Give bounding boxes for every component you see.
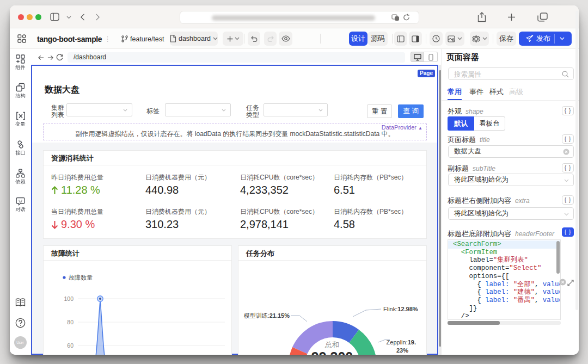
svg-text:60: 60 <box>67 342 74 349</box>
svg-text:23%: 23% <box>396 347 408 354</box>
svg-text:故障数量: 故障数量 <box>69 274 93 281</box>
svg-text:80: 80 <box>67 319 74 325</box>
svg-text:99,300: 99,300 <box>311 349 353 355</box>
svg-text:Zepplin:19.: Zepplin:19. <box>387 339 416 346</box>
svg-text:100: 100 <box>64 295 74 302</box>
svg-text:Flink:12.98%: Flink:12.98% <box>383 306 418 312</box>
svg-text:模型训练:21.15%: 模型训练:21.15% <box>244 312 290 319</box>
svg-text:总和: 总和 <box>324 341 339 349</box>
